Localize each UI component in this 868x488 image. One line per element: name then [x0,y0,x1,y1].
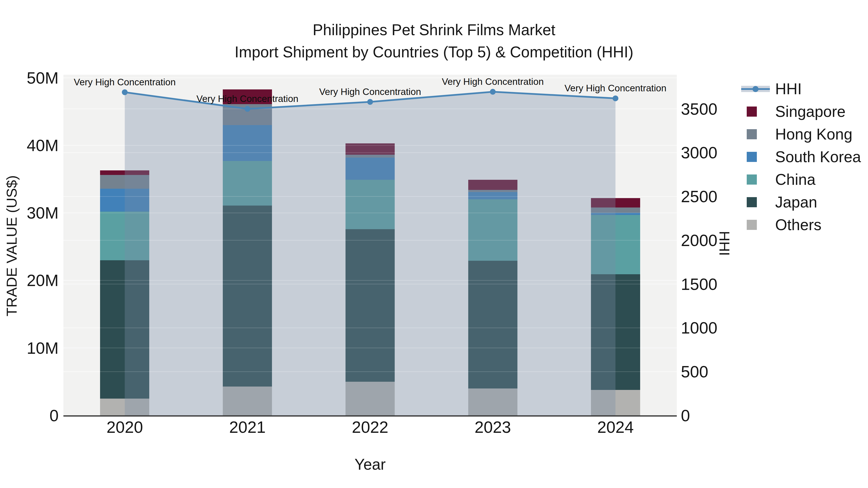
y-left-tick-label: 30M [27,204,59,222]
hhi-marker-2024[interactable] [613,95,618,101]
legend-color-swatch [747,174,757,185]
plot-area-svg: 010M20M30M40M50M050010001500200025003000… [0,0,868,488]
x-tick-label-2020: 2020 [106,418,143,436]
x-tick-label-2024: 2024 [597,418,633,436]
y-right-tick-label: 3500 [681,100,717,118]
legend-item-hhi[interactable]: HHI [741,77,861,100]
legend-label: China [775,171,815,189]
legend-label: South Korea [775,148,861,166]
hhi-marker-swatch [752,86,758,92]
hhi-marker-2021[interactable] [245,106,250,112]
annotation-2021: Very High Concentration [196,94,299,104]
legend-label: Japan [775,193,817,211]
legend-item-china[interactable]: China [741,168,861,191]
annotation-2023: Very High Concentration [442,76,544,87]
legend-label: Singapore [775,103,845,121]
x-tick-label-2022: 2022 [352,418,388,436]
hhi-marker-2023[interactable] [490,89,496,95]
legend-label: HHI [775,80,802,98]
legend: HHISingaporeHong KongSouth KoreaChinaJap… [741,77,861,236]
y-left-tick-label: 10M [27,339,59,357]
x-tick-label-2023: 2023 [474,418,511,436]
legend-swatch-slot [741,100,775,123]
y-left-tick-label: 40M [27,136,59,155]
legend-color-swatch [747,129,757,139]
legend-swatch-slot [741,145,775,168]
hhi-marker-2022[interactable] [367,99,373,105]
legend-item-south-korea[interactable]: South Korea [741,145,861,168]
x-axis-title: Year [354,455,385,473]
x-tick-label-2021: 2021 [229,418,266,436]
y-axis-title-right: HHI [716,231,733,256]
legend-label: Hong Kong [775,125,852,143]
legend-swatch-slot [741,123,775,145]
legend-color-swatch [747,197,757,207]
chart-subtitle: Import Shipment by Countries (Top 5) & C… [0,41,868,63]
legend-color-swatch [747,152,757,162]
chart-title: Philippines Pet Shrink Films Market [0,19,868,41]
y-right-tick-label: 500 [681,362,708,381]
legend-color-swatch [747,220,757,230]
legend-swatch-slot [741,191,775,214]
legend-label: Others [775,216,822,234]
legend-item-singapore[interactable]: Singapore [741,100,861,123]
legend-swatch-slot [741,168,775,191]
legend-item-others[interactable]: Others [741,214,861,236]
y-left-tick-label: 0 [50,406,59,425]
y-left-tick-label: 50M [27,69,59,87]
legend-item-japan[interactable]: Japan [741,191,861,214]
annotation-2022: Very High Concentration [319,87,421,97]
y-right-tick-label: 3000 [681,143,717,162]
legend-color-swatch [747,106,757,117]
y-right-tick-label: 2500 [681,187,717,205]
chart-figure: 010M20M30M40M50M050010001500200025003000… [0,0,868,488]
annotation-2020: Very High Concentration [74,77,176,88]
y-left-tick-label: 20M [27,271,59,289]
chart-title-block: Philippines Pet Shrink Films Market Impo… [0,19,868,63]
annotation-2024: Very High Concentration [564,83,666,94]
hhi-marker-2020[interactable] [122,89,128,95]
hhi-area-fill [125,92,615,416]
legend-swatch-slot [741,214,775,236]
y-axis-title-left: TRADE VALUE (US$) [3,175,20,317]
y-right-tick-label: 1000 [681,319,717,337]
y-right-tick-label: 0 [681,406,690,425]
legend-hhi-line-sample [741,77,775,100]
y-right-tick-label: 1500 [681,275,717,293]
y-right-tick-label: 2000 [681,231,717,250]
legend-item-hong-kong[interactable]: Hong Kong [741,123,861,145]
